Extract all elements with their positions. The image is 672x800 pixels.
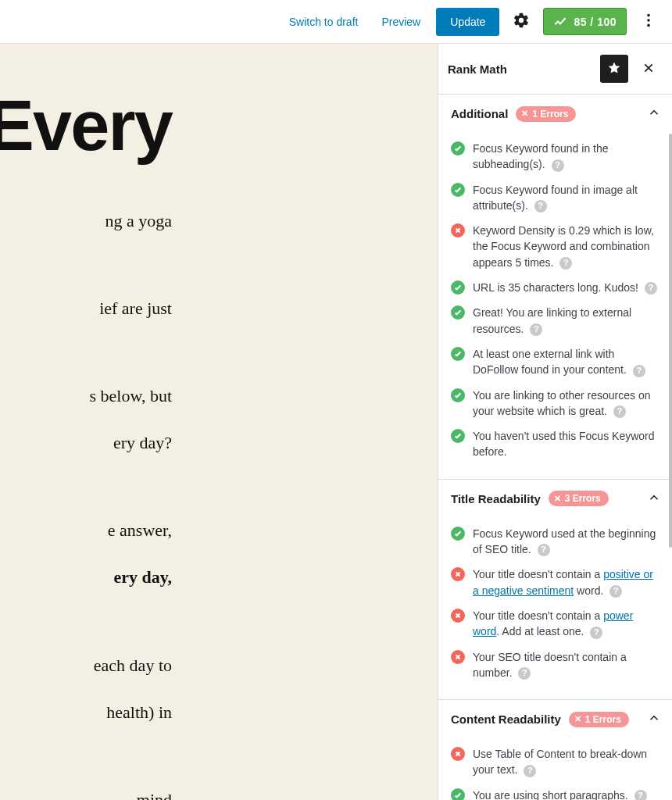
help-icon[interactable]: ? [609,585,622,598]
check-item: Use Table of Content to break-down your … [451,741,659,783]
gear-icon [513,12,530,31]
check-item: You haven't used this Focus Keyword befo… [451,423,659,465]
help-icon[interactable]: ? [590,627,602,639]
chevron-up-icon [647,491,661,507]
check-text: You haven't used this Focus Keyword befo… [473,428,659,460]
check-icon [451,305,465,320]
sidebar-close-button[interactable] [634,55,663,83]
check-item: URL is 35 characters long. Kudos! ? [451,275,659,300]
sidebar-scrollbar-thumb[interactable] [669,134,672,548]
svg-point-0 [647,14,650,17]
check-item: Focus Keyword found in image alt attribu… [451,177,659,219]
help-icon[interactable]: ? [534,200,547,212]
check-text: Your title doesn't contain a positive or… [473,566,659,598]
section-toggle[interactable]: Additional✕1 Errors [438,95,672,133]
check-text: Focus Keyword found in the subheading(s)… [473,141,659,173]
help-icon[interactable]: ? [524,765,536,777]
help-icon[interactable]: ? [634,790,647,800]
editor-paragraph: ery day, [0,564,172,591]
seo-section: Content Readability✕1 ErrorsUse Table of… [438,700,672,800]
check-text: At least one external link with DoFollow… [473,346,659,378]
svg-point-2 [647,24,650,27]
check-list: Use Table of Content to break-down your … [438,738,672,800]
check-text: URL is 35 characters long. Kudos! ? [473,280,657,295]
sidebar-header: Rank Math [438,44,672,95]
editor-paragraph: each day to [0,652,172,679]
svg-point-1 [647,19,650,22]
error-badge: ✕1 Errors [569,712,629,727]
rankmath-sidebar: Rank Math Additional✕1 ErrorsFocus Keywo… [438,44,672,800]
check-item: Your SEO title doesn't contain a number.… [451,645,659,686]
help-icon[interactable]: ? [552,159,564,172]
check-item: Focus Keyword found in the subheading(s)… [451,136,659,177]
close-icon [642,62,655,77]
section-label: Title Readability [451,492,541,505]
help-icon[interactable]: ? [613,405,626,418]
help-icon[interactable]: ? [518,667,531,680]
section-label: Content Readability [451,712,561,726]
check-item: Your title doesn't contain a positive or… [451,562,659,603]
x-icon [451,609,465,623]
inline-link[interactable]: power word [473,609,633,638]
update-button[interactable]: Update [436,8,499,36]
check-text: Your title doesn't contain a power word.… [473,608,659,640]
check-text: Use Table of Content to break-down your … [473,746,659,778]
x-icon [451,223,465,238]
seo-section: Additional✕1 ErrorsFocus Keyword found i… [438,95,672,480]
check-icon [451,280,465,295]
seo-section: Title Readability✕3 ErrorsFocus Keyword … [438,480,672,700]
help-icon[interactable]: ? [645,282,657,295]
check-icon [451,527,465,541]
x-icon [451,650,465,664]
check-text: Your SEO title doesn't contain a number.… [473,649,659,681]
editor-toolbar: Switch to draft Preview Update 85 / 100 [0,0,672,44]
editor-canvas[interactable]: Every ng a yoga ief are just s below, bu… [0,44,438,800]
section-label: Additional [451,107,508,120]
help-icon[interactable]: ? [559,257,572,270]
check-item: Keyword Density is 0.29 which is low, th… [451,218,659,275]
check-item: Great! You are linking to external resou… [451,300,659,341]
help-icon[interactable]: ? [538,544,550,556]
editor-paragraph: mind [0,787,172,800]
seo-score-value: 85 / 100 [574,16,617,28]
inline-link[interactable]: positive or a negative sentiment [473,568,653,596]
editor-paragraph: health) in [0,699,172,726]
check-icon [451,788,465,800]
preview-button[interactable]: Preview [374,9,428,34]
check-text: You are linking to other resources on yo… [473,388,659,420]
more-options-button[interactable] [634,8,663,36]
check-item: Your title doesn't contain a power word.… [451,603,659,645]
check-icon [451,347,465,361]
check-item: At least one external link with DoFollow… [451,341,659,383]
editor-paragraph: e answer, [0,517,172,544]
sidebar-scrollbar-track [669,91,672,797]
check-icon [451,183,465,197]
section-toggle[interactable]: Title Readability✕3 Errors [438,480,672,518]
switch-to-draft-button[interactable]: Switch to draft [281,9,366,34]
editor-paragraph: s below, but [0,383,172,409]
check-text: Keyword Density is 0.29 which is low, th… [473,223,659,270]
editor-paragraph: ief are just [0,295,172,322]
check-item: You are using short paragraphs. ? [451,783,659,800]
check-item: Focus Keyword used at the beginning of S… [451,521,659,562]
post-title-fragment: Every [0,91,172,161]
check-text: Great! You are linking to external resou… [473,305,659,337]
error-badge: ✕3 Errors [549,491,609,506]
x-icon [451,567,465,581]
chevron-up-icon [647,711,661,727]
seo-score-pill[interactable]: 85 / 100 [543,8,627,35]
x-icon [451,747,465,761]
check-icon [451,141,465,155]
check-icon [451,429,465,443]
chevron-up-icon [647,105,661,122]
settings-button[interactable] [507,8,535,36]
help-icon[interactable]: ? [530,323,542,336]
help-icon[interactable]: ? [633,365,645,377]
sidebar-star-button[interactable] [600,55,628,83]
editor-paragraph: ng a yoga [0,208,172,234]
check-icon [451,388,465,402]
check-text: Focus Keyword found in image alt attribu… [473,182,659,214]
error-badge: ✕1 Errors [516,106,576,122]
sidebar-title: Rank Math [448,62,594,76]
section-toggle[interactable]: Content Readability✕1 Errors [438,700,672,738]
